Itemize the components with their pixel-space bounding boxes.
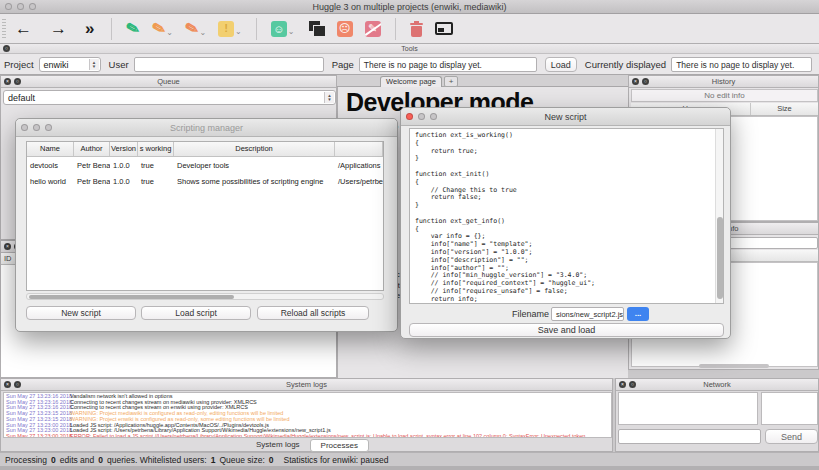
history-panel-title: History bbox=[629, 77, 818, 86]
window-title: New script bbox=[401, 112, 730, 122]
tools-panel-title: Tools bbox=[0, 45, 819, 52]
revert-warn-icon: ✎ bbox=[150, 18, 168, 40]
skip-icon[interactable]: » bbox=[85, 16, 94, 42]
tab-welcome-page[interactable]: Welcome page bbox=[380, 76, 442, 87]
queue-select[interactable]: default ▲▼ bbox=[3, 90, 336, 105]
system-logs-header: × ○ System logs bbox=[1, 379, 612, 391]
author-column-header[interactable]: Author bbox=[74, 142, 110, 156]
network-command-input[interactable] bbox=[618, 429, 761, 444]
script-version: 1.0.0 bbox=[110, 161, 138, 170]
history-panel-header: × ○ History bbox=[629, 76, 818, 88]
window-bottom-edge bbox=[0, 466, 819, 470]
revert-warn-button[interactable]: ✎ ⌄ bbox=[152, 19, 173, 38]
trash-icon[interactable] bbox=[410, 21, 423, 37]
chevron-down-icon[interactable]: ⌄ bbox=[199, 28, 206, 38]
stepper-icon[interactable]: ▲▼ bbox=[89, 59, 99, 70]
log-timestamp: Sun May 27 13:23:00 2018 bbox=[6, 434, 70, 438]
revert-approve-button[interactable]: ✎ bbox=[126, 19, 139, 38]
status-bar: Processing 0 edits and 0 queries. Whitel… bbox=[0, 452, 819, 466]
report-user-button[interactable]: ☹ bbox=[337, 21, 353, 37]
add-tab-button[interactable]: + bbox=[444, 76, 458, 87]
status-text: queries. Whitelisted users: bbox=[107, 455, 207, 465]
script-working: true bbox=[138, 161, 174, 170]
script-description: Shows some possibilities of scripting en… bbox=[174, 177, 335, 186]
new-script-window: New script function ext_is_working() { r… bbox=[400, 107, 731, 339]
new-script-titlebar: New script bbox=[401, 108, 730, 126]
vertical-scrollbar[interactable] bbox=[715, 129, 723, 303]
processing-count: 0 bbox=[51, 455, 56, 465]
script-code: function ext_is_working() { return true;… bbox=[410, 129, 723, 304]
scripts-table: Name Author Version s working Descriptio… bbox=[26, 141, 384, 291]
network-panel-header: × ○ Network bbox=[616, 379, 818, 391]
script-author: Petr Bena bbox=[74, 177, 110, 186]
browser-tabbar: Welcome page + bbox=[337, 75, 628, 87]
status-text: Processing bbox=[5, 455, 47, 465]
log-list[interactable]: Sun May 27 13:23:16 2018Vandalism networ… bbox=[3, 392, 612, 438]
browse-button[interactable]: ... bbox=[627, 307, 649, 321]
table-row[interactable]: devtools Petr Bena 1.0.0 true Developer … bbox=[27, 157, 383, 173]
revert-vandalism-button[interactable]: ✎ bbox=[365, 21, 381, 37]
script-path: /Users/petrbe bbox=[335, 177, 383, 186]
project-select[interactable]: enwiki ▲▼ bbox=[39, 57, 101, 72]
tab-system-logs[interactable]: System logs bbox=[246, 439, 310, 452]
load-script-button[interactable]: Load script bbox=[141, 306, 251, 320]
save-and-load-button[interactable]: Save and load bbox=[409, 323, 724, 337]
is-working-column-header[interactable]: s working bbox=[138, 142, 174, 156]
forward-icon[interactable]: → bbox=[50, 16, 67, 42]
chevron-down-icon[interactable]: ⌄ bbox=[235, 27, 242, 37]
filename-input[interactable]: sions/new_script2.js bbox=[551, 307, 624, 321]
main-toolbar: ← → » ✎ ✎ ⌄ ✎ ⌄ ! ⌄ ☺ ⌄ ☹ ✎ bbox=[0, 14, 819, 44]
scrollbar-thumb[interactable] bbox=[717, 217, 723, 299]
revert-check-icon: ✎ bbox=[124, 18, 142, 40]
load-button[interactable]: Load bbox=[545, 57, 577, 72]
page-input[interactable]: There is no page to display yet. bbox=[359, 57, 537, 72]
chevron-down-icon[interactable]: ⌄ bbox=[166, 28, 173, 38]
currently-displayed-label: Currently displayed bbox=[585, 59, 666, 70]
chevron-down-icon[interactable]: ⌄ bbox=[288, 27, 295, 37]
toolbar-separator bbox=[256, 18, 257, 40]
table-row[interactable]: hello world Petr Bena 1.0.0 true Shows s… bbox=[27, 173, 383, 189]
name-column-header[interactable]: Name bbox=[27, 142, 74, 156]
tab-processes[interactable]: Processes bbox=[310, 439, 369, 452]
stepper-icon[interactable]: ▲▼ bbox=[324, 92, 334, 103]
network-output-area bbox=[618, 392, 758, 425]
network-side-area bbox=[761, 392, 818, 425]
script-name: devtools bbox=[27, 161, 74, 170]
script-version: 1.0.0 bbox=[110, 177, 138, 186]
path-column-header[interactable] bbox=[335, 142, 383, 156]
horizontal-scrollbar[interactable] bbox=[26, 293, 384, 300]
size-column-header[interactable]: Size bbox=[751, 103, 818, 115]
scripts-table-header: Name Author Version s working Descriptio… bbox=[27, 142, 383, 157]
back-icon[interactable]: ← bbox=[15, 16, 32, 42]
send-button[interactable]: Send bbox=[765, 429, 818, 444]
message-user-button[interactable] bbox=[307, 21, 325, 37]
toolbar-separator bbox=[395, 18, 396, 40]
toolbar-separator bbox=[111, 18, 112, 40]
new-script-button[interactable]: New script bbox=[26, 306, 136, 320]
close-panel-icon[interactable]: × bbox=[4, 243, 11, 250]
description-column-header[interactable]: Description bbox=[174, 142, 335, 156]
scrollbar-thumb[interactable] bbox=[29, 295, 234, 299]
user-input[interactable] bbox=[134, 57, 324, 72]
system-logs-panel: × ○ System logs Sun May 27 13:23:16 2018… bbox=[0, 378, 613, 452]
scrollbar-thumb[interactable] bbox=[699, 364, 769, 368]
warn-user-button[interactable]: ! ⌄ bbox=[218, 21, 242, 37]
toolbar-grip[interactable] bbox=[2, 19, 6, 39]
feedback-window-icon[interactable] bbox=[435, 22, 453, 35]
window-title: Huggle 3 on multiple projects (enwiki, m… bbox=[0, 2, 819, 12]
reload-all-scripts-button[interactable]: Reload all scripts bbox=[257, 306, 369, 320]
queue-panel-header: × ○ Queue bbox=[1, 76, 336, 88]
scripting-manager-window: Scripting manager Name Author Version s … bbox=[15, 118, 398, 332]
queries-count: 0 bbox=[98, 455, 103, 465]
welcome-user-button[interactable]: ☺ ⌄ bbox=[271, 21, 295, 37]
no-edit-info-label: No edit info bbox=[631, 89, 818, 102]
main-titlebar: Huggle 3 on multiple projects (enwiki, m… bbox=[0, 0, 819, 14]
log-entry: Sun May 27 13:23:00 2018ERROR: Failed to… bbox=[6, 434, 611, 438]
user-label: User bbox=[109, 59, 129, 70]
version-column-header[interactable]: Version bbox=[110, 142, 138, 156]
tools-panel: ○ Tools Project enwiki ▲▼ User Page Ther… bbox=[0, 44, 819, 75]
code-editor[interactable]: function ext_is_working() { return true;… bbox=[409, 128, 724, 304]
system-logs-title: System logs bbox=[1, 380, 612, 389]
revert-button[interactable]: ✎ ⌄ bbox=[185, 19, 206, 38]
page-label: Page bbox=[332, 59, 354, 70]
